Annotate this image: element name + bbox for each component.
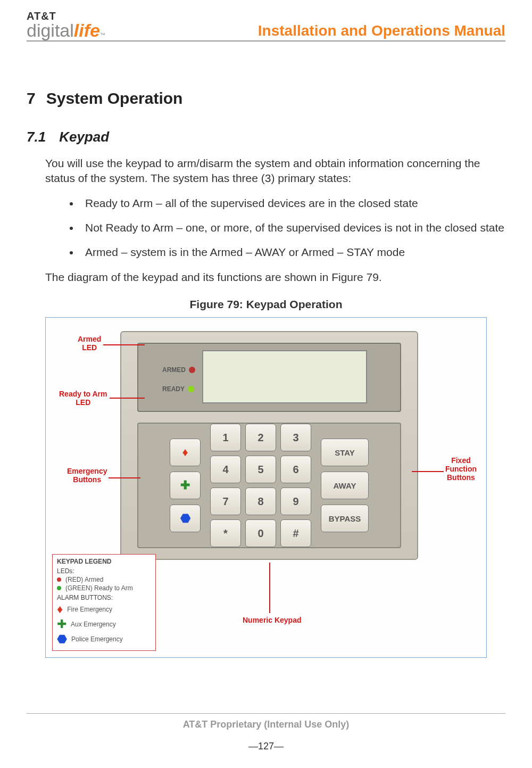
legend-item: ✚Aux Emergency xyxy=(57,617,151,631)
keypad-legend: KEYPAD LEGEND LEDs: (RED) Armed (GREEN) … xyxy=(52,554,156,651)
aux-emergency-button[interactable]: ✚ xyxy=(170,472,201,499)
plus-icon: ✚ xyxy=(180,478,190,492)
figure-keypad-operation: ARMED READY ♦ ✚ ⬣ 1 2 3 4 5 6 7 xyxy=(45,317,487,658)
ready-label: READY xyxy=(162,385,185,393)
annotation-armed-led: Armed LED xyxy=(78,335,101,352)
annotation-fixed-fn: Fixed Function Buttons xyxy=(445,456,477,482)
list-item: Armed – system is in the Armed – AWAY or… xyxy=(80,245,505,260)
logo-digital-text: digital xyxy=(27,21,74,39)
ready-led-row: READY xyxy=(162,385,194,393)
fire-emergency-button[interactable]: ♦ xyxy=(170,439,201,466)
shield-icon: ⬣ xyxy=(57,632,67,646)
legend-text: Aux Emergency xyxy=(71,621,116,628)
page-header: AT&T digitallife™ Installation and Opera… xyxy=(27,11,505,42)
list-item: Ready to Arm – all of the supervised dev… xyxy=(80,196,505,211)
subsection-number: 7.1 xyxy=(27,129,46,145)
lcd-screen xyxy=(202,350,367,403)
section-number: 7 xyxy=(27,89,36,107)
arrow-line xyxy=(110,398,145,399)
key-7[interactable]: 7 xyxy=(210,488,241,515)
key-5[interactable]: 5 xyxy=(245,456,276,483)
police-emergency-button[interactable]: ⬣ xyxy=(170,505,201,532)
function-column: STAY AWAY BYPASS xyxy=(321,439,369,532)
logo-att-text: AT&T xyxy=(27,11,105,21)
subsection-heading: 7.1Keypad xyxy=(27,129,505,145)
legend-text: Fire Emergency xyxy=(67,606,112,613)
key-3[interactable]: 3 xyxy=(280,424,311,451)
arrow-line xyxy=(103,344,145,345)
legend-text: Police Emergency xyxy=(71,635,123,643)
lcd-panel: ARMED READY xyxy=(137,343,401,412)
fire-icon: ♦ xyxy=(182,445,188,459)
document-title: Installation and Operations Manual xyxy=(258,22,505,39)
key-2[interactable]: 2 xyxy=(245,424,276,451)
key-9[interactable]: 9 xyxy=(280,488,311,515)
arrow-line xyxy=(412,471,444,472)
stay-button[interactable]: STAY xyxy=(321,439,369,466)
state-list: Ready to Arm – all of the supervised dev… xyxy=(80,196,505,260)
logo: AT&T digitallife™ xyxy=(27,11,105,39)
list-item: Not Ready to Arm – one, or more, of the … xyxy=(80,220,505,235)
post-paragraph: The diagram of the keypad and its functi… xyxy=(45,270,505,285)
legend-leds-label: LEDs: xyxy=(57,567,151,575)
footer-rule xyxy=(27,713,505,714)
fire-icon: ♦ xyxy=(57,602,63,616)
key-8[interactable]: 8 xyxy=(245,488,276,515)
key-star[interactable]: * xyxy=(210,519,241,547)
legend-item: (GREEN) Ready to Arm xyxy=(57,584,151,592)
key-6[interactable]: 6 xyxy=(280,456,311,483)
legend-item: ⬣Police Emergency xyxy=(57,632,151,646)
intro-paragraph: You will use the keypad to arm/disarm th… xyxy=(45,156,505,186)
logo-tm: ™ xyxy=(100,32,105,38)
plus-icon: ✚ xyxy=(57,617,66,631)
keypad-device: ARMED READY ♦ ✚ ⬣ 1 2 3 4 5 6 7 xyxy=(120,331,418,560)
annotation-numeric: Numeric Keypad xyxy=(243,616,301,624)
key-4[interactable]: 4 xyxy=(210,456,241,483)
legend-title: KEYPAD LEGEND xyxy=(57,558,151,565)
ready-led-icon xyxy=(188,386,194,392)
annotation-emergency: Emergency Buttons xyxy=(67,467,107,484)
logo-life-text: life xyxy=(74,21,100,39)
key-1[interactable]: 1 xyxy=(210,424,241,451)
proprietary-notice: AT&T Proprietary (Internal Use Only) xyxy=(27,719,505,730)
armed-led-row: ARMED xyxy=(162,366,195,374)
legend-item: ♦Fire Emergency xyxy=(57,602,151,616)
legend-text: (RED) Armed xyxy=(65,576,103,583)
keypad-buttons: ♦ ✚ ⬣ 1 2 3 4 5 6 7 8 9 * 0 # STAY AWAY xyxy=(137,423,401,548)
armed-label: ARMED xyxy=(162,366,186,374)
away-button[interactable]: AWAY xyxy=(321,472,369,499)
emergency-column: ♦ ✚ ⬣ xyxy=(170,439,201,532)
logo-digital-life: digitallife™ xyxy=(27,21,105,39)
legend-item: (RED) Armed xyxy=(57,576,151,583)
shield-icon: ⬣ xyxy=(180,511,190,525)
page-footer: AT&T Proprietary (Internal Use Only) —12… xyxy=(27,713,505,752)
key-0[interactable]: 0 xyxy=(245,519,276,547)
arrow-line xyxy=(109,477,140,478)
legend-text: (GREEN) Ready to Arm xyxy=(65,584,133,592)
subsection-title: Keypad xyxy=(59,129,109,145)
section-heading: 7System Operation xyxy=(27,89,505,108)
annotation-ready-led: Ready to Arm LED xyxy=(59,390,107,407)
figure-caption: Figure 79: Keypad Operation xyxy=(27,298,505,311)
red-dot-icon xyxy=(57,577,61,582)
numeric-keypad: 1 2 3 4 5 6 7 8 9 * 0 # xyxy=(210,424,311,547)
bypass-button[interactable]: BYPASS xyxy=(321,505,369,532)
green-dot-icon xyxy=(57,586,61,590)
page-number: —127— xyxy=(27,741,505,752)
section-title: System Operation xyxy=(46,89,183,107)
armed-led-icon xyxy=(189,367,195,373)
legend-alarm-label: ALARM BUTTONS: xyxy=(57,594,151,601)
arrow-line xyxy=(269,563,270,613)
key-hash[interactable]: # xyxy=(280,519,311,547)
